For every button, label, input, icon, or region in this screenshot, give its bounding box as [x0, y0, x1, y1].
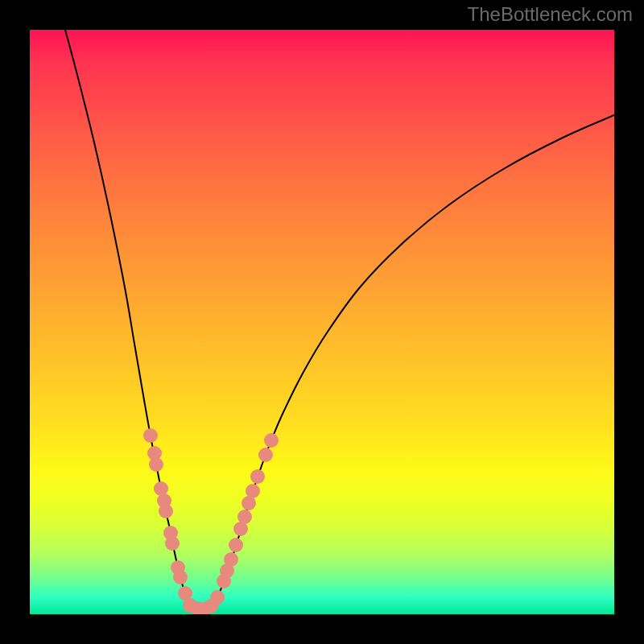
data-marker [159, 504, 173, 518]
data-marker [173, 570, 188, 584]
data-marker [237, 510, 252, 524]
data-marker [229, 538, 243, 552]
plot-area [30, 30, 614, 614]
data-marker [246, 484, 260, 498]
data-marker [224, 552, 238, 567]
chart-svg [30, 30, 614, 614]
watermark-text: TheBottleneck.com [468, 3, 633, 26]
data-marker [149, 457, 163, 472]
chart-container: TheBottleneck.com [0, 0, 644, 644]
data-marker [250, 469, 265, 484]
data-marker [264, 433, 279, 448]
data-markers [143, 428, 279, 614]
data-marker [210, 590, 225, 605]
data-marker [165, 536, 180, 551]
data-marker [143, 428, 158, 443]
bottleneck-curve [65, 30, 614, 609]
data-marker [258, 448, 273, 462]
